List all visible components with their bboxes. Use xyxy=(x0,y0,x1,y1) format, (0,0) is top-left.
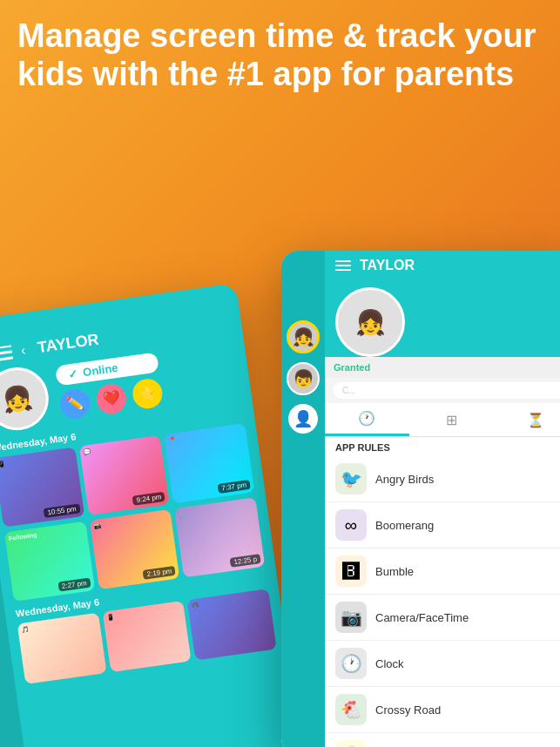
left-tablet-main: ‹ TAYLOR 👧 ✓ Online ✏️ ❤️ ⭐ Wednesday, M xyxy=(0,283,301,747)
app-rules-label: APP RULES xyxy=(325,437,560,456)
granted-bar: Granted xyxy=(325,357,560,378)
right-tablet-sidebar: 👧 👦 👤 xyxy=(281,251,325,747)
feed-card-7: 🎵 xyxy=(17,613,107,684)
crossy-road-icon: 🐔 xyxy=(335,694,367,725)
clock-icon: 🕐 xyxy=(335,648,367,679)
tablet-left: 👧 👦 + ‹ TAYLOR 👧 ✓ Online xyxy=(0,283,301,747)
feed-card-2: 💬 9:24 pm xyxy=(79,435,170,515)
app-item-clock[interactable]: 🕐 Clock xyxy=(325,641,560,687)
time-badge-6: 12:25 p xyxy=(230,554,261,568)
tab-timer[interactable]: ⏳ xyxy=(493,403,560,436)
right-tablet-header: TAYLOR xyxy=(325,251,560,280)
app-item-snapchat[interactable]: 👻 Snapchat xyxy=(325,733,560,747)
boomerang-name: Boomerang xyxy=(375,519,434,532)
time-badge-2: 9:24 pm xyxy=(132,492,165,506)
angry-birds-name: Angry Birds xyxy=(375,473,434,486)
profile-avatar: 👧 xyxy=(0,363,52,434)
right-tablet-title: TAYLOR xyxy=(360,258,415,273)
feed-card-1: 📱 10:55 pm xyxy=(0,447,84,527)
boomerang-icon: ∞ xyxy=(335,509,367,541)
app-rules-list: 🐦 Angry Birds ∞ Boomerang 🅱 Bumble 📷 Cam… xyxy=(325,456,560,747)
activity-feed: 📱 10:55 pm 💬 9:24 pm 📍 7:37 pm Following… xyxy=(0,423,265,602)
time-badge-5: 2:19 pm xyxy=(143,566,176,580)
feed-card-4: Following 2:27 pm xyxy=(4,522,95,602)
tablet-right: 10:12 AM Tue Feb 4 👧 👦 👤 TAYLOR 👧 Gra xyxy=(281,251,560,747)
feed-card-8: 📱 xyxy=(102,601,192,672)
app-rules-tabs: 🕐 ⊞ ⏳ xyxy=(325,403,560,437)
filter-bar: C... xyxy=(325,378,560,403)
right-sidebar-avatar-1[interactable]: 👧 xyxy=(287,320,320,353)
time-badge-3: 7:37 pm xyxy=(218,480,251,494)
search-input[interactable]: C... xyxy=(334,382,560,399)
angry-birds-icon: 🐦 xyxy=(335,463,367,495)
time-badge-4: 2:27 pm xyxy=(57,578,91,592)
back-arrow: ‹ xyxy=(20,342,27,359)
heart-button[interactable]: ❤️ xyxy=(94,381,127,414)
bumble-name: Bumble xyxy=(375,565,414,578)
right-tablet-main: TAYLOR 👧 Granted C... 🕐 ⊞ ⏳ APP RULES 🐦 xyxy=(325,251,560,747)
hero-section: Manage screen time & track your kids wit… xyxy=(17,17,543,93)
app-item-angry-birds[interactable]: 🐦 Angry Birds xyxy=(325,456,560,502)
left-tablet-title: TAYLOR xyxy=(37,330,100,357)
right-profile-avatar: 👧 xyxy=(335,287,405,357)
time-badge-1: 10:55 pm xyxy=(44,503,80,518)
feed-card-5: 📸 2:19 pm xyxy=(90,509,180,589)
app-item-crossy-road[interactable]: 🐔 Crossy Road xyxy=(325,687,560,733)
granted-text: Granted xyxy=(334,362,370,373)
right-sidebar-avatar-2[interactable]: 👦 xyxy=(287,362,320,395)
tab-clock[interactable]: 🕐 xyxy=(325,403,409,436)
camera-icon: 📷 xyxy=(335,602,367,633)
menu-icon[interactable] xyxy=(0,345,13,361)
crossy-road-name: Crossy Road xyxy=(375,703,441,717)
star-button[interactable]: ⭐ xyxy=(131,377,164,410)
snapchat-icon: 👻 xyxy=(335,740,367,747)
app-item-camera[interactable]: 📷 Camera/FaceTime xyxy=(325,595,560,641)
feed-card-3: 📍 7:37 pm xyxy=(164,423,254,503)
right-menu-icon[interactable] xyxy=(335,260,351,271)
app-item-boomerang[interactable]: ∞ Boomerang xyxy=(325,502,560,548)
checklist-icon: ✓ xyxy=(67,367,78,380)
feed-card-6: 🛒 12:25 p xyxy=(174,497,265,577)
right-profile-section: 👧 xyxy=(325,280,560,357)
bumble-icon: 🅱 xyxy=(335,555,367,587)
person-icon[interactable]: 👤 xyxy=(288,404,318,434)
edit-button[interactable]: ✏️ xyxy=(58,387,91,420)
tab-grid[interactable]: ⊞ xyxy=(409,403,494,436)
camera-name: Camera/FaceTime xyxy=(375,611,469,624)
feed-card-9: 🎮 xyxy=(187,589,277,660)
clock-name: Clock xyxy=(375,657,404,670)
hero-headline: Manage screen time & track your kids wit… xyxy=(17,17,543,93)
profile-info: ✓ Online ✏️ ❤️ ⭐ xyxy=(55,352,165,421)
app-item-bumble[interactable]: 🅱 Bumble xyxy=(325,548,560,595)
